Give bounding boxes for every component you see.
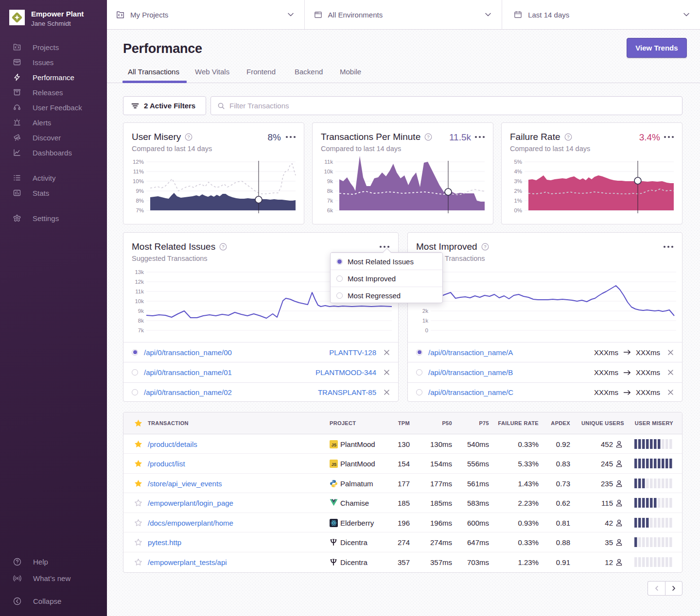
svg-text:4%: 4% bbox=[514, 169, 522, 174]
svg-text:9%: 9% bbox=[136, 188, 144, 194]
svg-text:11%: 11% bbox=[133, 169, 144, 174]
svg-text:11k: 11k bbox=[135, 289, 144, 294]
svg-text:JS: JS bbox=[332, 462, 337, 467]
svg-text:13k: 13k bbox=[135, 269, 144, 275]
svg-text:JS: JS bbox=[332, 443, 337, 447]
svg-text:10%: 10% bbox=[133, 178, 144, 184]
svg-text:3%: 3% bbox=[514, 178, 522, 184]
svg-text:0%: 0% bbox=[514, 207, 522, 213]
svg-text:7%: 7% bbox=[136, 207, 144, 213]
svg-text:8k: 8k bbox=[138, 318, 144, 324]
svg-text:?: ? bbox=[567, 134, 569, 139]
svg-text:11k: 11k bbox=[324, 159, 333, 165]
svg-text:6k: 6k bbox=[327, 207, 333, 213]
svg-text:10k: 10k bbox=[324, 169, 333, 174]
svg-text:8k: 8k bbox=[327, 188, 333, 194]
svg-text:2%: 2% bbox=[514, 188, 522, 194]
svg-text:12%: 12% bbox=[133, 159, 144, 165]
svg-text:5%: 5% bbox=[514, 159, 522, 165]
svg-text:2k: 2k bbox=[422, 308, 428, 314]
svg-text:0: 0 bbox=[425, 327, 428, 333]
svg-text:7k: 7k bbox=[327, 198, 333, 204]
svg-text:9k: 9k bbox=[138, 308, 144, 314]
svg-text:12k: 12k bbox=[135, 279, 144, 285]
svg-text:9k: 9k bbox=[327, 178, 333, 184]
svg-text:?: ? bbox=[484, 244, 486, 249]
svg-text:10k: 10k bbox=[135, 298, 144, 304]
svg-text:8%: 8% bbox=[136, 198, 144, 204]
svg-text:7k: 7k bbox=[138, 327, 144, 333]
svg-text:?: ? bbox=[427, 134, 430, 139]
svg-text:1%: 1% bbox=[514, 198, 522, 204]
svg-text:1k: 1k bbox=[422, 318, 428, 324]
svg-text:?: ? bbox=[188, 134, 190, 139]
svg-text:?: ? bbox=[222, 244, 224, 249]
